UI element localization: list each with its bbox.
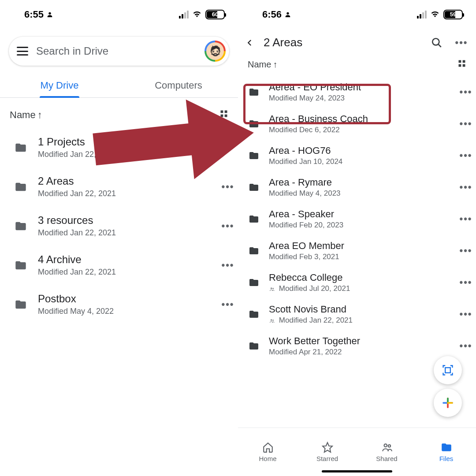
folder-item[interactable]: Area - HOG76Modified Jan 10, 2024••• (238, 140, 476, 171)
more-icon[interactable]: ••• (221, 220, 234, 232)
folder-subtitle: Modified Jan 22, 2021 (38, 268, 212, 277)
folder-item[interactable]: 2 AreasModified Jan 22, 2021••• (0, 167, 238, 206)
battery-icon: 60 (205, 10, 225, 19)
status-bar: 6:55 60 (0, 0, 238, 24)
folder-subtitle: Modified Jan 10, 2024 (269, 157, 450, 166)
folder-title: Area - Rymare (269, 177, 450, 188)
nav-shared[interactable]: Shared (357, 428, 416, 476)
cellular-icon (179, 11, 189, 19)
svg-rect-8 (459, 60, 461, 63)
left-pane: 6:55 60 Search in Drive 🧔🏻 My Drive Comp… (0, 0, 238, 476)
folder-item[interactable]: 3 resourcesModified Jan 22, 2021••• (0, 206, 238, 245)
home-indicator (322, 470, 392, 472)
folder-item[interactable]: Area - Business CoachModified Dec 6, 202… (238, 108, 476, 140)
more-icon[interactable]: ••• (459, 150, 472, 161)
status-bar: 6:56 59 (238, 0, 476, 24)
arrow-up-icon: ↑ (273, 60, 277, 69)
svg-point-18 (384, 444, 387, 447)
folder-subtitle: Modified Jan 22, 2021 (269, 316, 450, 325)
folder-subtitle: Modified Jan 22, 2021 (38, 150, 212, 159)
search-bar[interactable]: Search in Drive 🧔🏻 (9, 37, 229, 66)
more-icon[interactable]: ••• (455, 37, 468, 48)
more-icon[interactable]: ••• (459, 118, 472, 130)
folder-item[interactable]: Aerea - EO PresidentModified May 24, 202… (238, 76, 476, 108)
more-icon[interactable]: ••• (459, 340, 472, 352)
sort-row: Name↑ (238, 57, 476, 74)
folder-item[interactable]: PostboxModified May 4, 2022••• (0, 285, 238, 324)
more-icon[interactable]: ••• (459, 182, 472, 193)
folder-item[interactable]: Area - RymareModified May 4, 2023••• (238, 171, 476, 203)
svg-rect-2 (225, 111, 227, 113)
svg-point-19 (388, 445, 390, 447)
svg-line-7 (438, 44, 441, 47)
folder-title: Postbox (38, 293, 212, 305)
folder-item[interactable]: 4 ArchiveModified Jan 22, 2021••• (0, 245, 238, 285)
more-icon[interactable]: ••• (221, 142, 234, 153)
folder-title: Area EO Member (269, 240, 450, 252)
right-pane: 6:56 59 2 Areas ••• Name↑ Aerea (238, 0, 476, 476)
folder-subtitle: Modified Dec 6, 2022 (269, 126, 450, 134)
folder-title: 3 resources (38, 214, 212, 227)
more-icon[interactable]: ••• (459, 309, 472, 320)
folder-subtitle: Modified Feb 20, 2023 (269, 221, 450, 230)
sort-button[interactable]: Name↑ (248, 60, 277, 70)
folder-subtitle: Modified May 24, 2023 (269, 94, 450, 103)
battery-icon: 59 (443, 10, 463, 19)
add-fab[interactable] (434, 389, 462, 417)
view-toggle[interactable] (457, 59, 466, 70)
folder-title: Work Better Together (269, 335, 450, 347)
tabs: My Drive Computers (0, 73, 238, 98)
nav-files[interactable]: Files (416, 428, 476, 476)
folder-item[interactable]: Area - SpeakerModified Feb 20, 2023••• (238, 203, 476, 235)
folder-item[interactable]: Scott Novis Brand Modified Jan 22, 2021•… (238, 298, 476, 330)
cellular-icon (417, 11, 427, 19)
svg-rect-11 (463, 64, 465, 67)
folder-item[interactable]: Rebecca College Modified Jul 20, 2021••• (238, 267, 476, 298)
more-icon[interactable]: ••• (459, 213, 472, 225)
sort-button[interactable]: Name↑ (10, 109, 42, 121)
svg-rect-16 (445, 368, 450, 373)
status-time: 6:55 (24, 9, 44, 20)
folder-item[interactable]: Work Better TogetherModified Apr 21, 202… (238, 330, 476, 362)
arrow-up-icon: ↑ (37, 109, 42, 120)
more-icon[interactable]: ••• (459, 277, 472, 288)
sort-row: Name↑ (0, 98, 238, 125)
folder-title: Area - Speaker (269, 208, 450, 220)
back-button[interactable] (246, 37, 254, 49)
svg-point-5 (286, 12, 289, 14)
tab-computers[interactable]: Computers (119, 73, 238, 97)
folder-subtitle: Modified Jan 22, 2021 (38, 189, 212, 198)
svg-point-15 (272, 320, 274, 321)
svg-rect-1 (221, 111, 223, 113)
folder-item[interactable]: 1 ProjectsModified Jan 22, 2021••• (0, 128, 238, 167)
search-placeholder: Search in Drive (36, 45, 197, 57)
status-time: 6:56 (262, 9, 282, 20)
nav-title: 2 Areas (264, 36, 421, 49)
svg-rect-9 (463, 60, 465, 63)
svg-point-14 (271, 319, 272, 320)
folder-subtitle: Modified May 4, 2023 (269, 189, 450, 198)
search-icon[interactable] (431, 37, 443, 48)
svg-marker-17 (323, 443, 332, 452)
wifi-icon (192, 11, 202, 19)
svg-rect-10 (459, 64, 461, 67)
folder-subtitle: Modified Apr 21, 2022 (269, 348, 450, 357)
more-icon[interactable]: ••• (221, 181, 234, 193)
tab-my-drive[interactable]: My Drive (0, 73, 119, 97)
profile-avatar[interactable]: 🧔🏻 (205, 41, 226, 62)
view-toggle[interactable] (219, 109, 228, 121)
hamburger-icon[interactable] (17, 47, 28, 56)
more-icon[interactable]: ••• (459, 86, 472, 98)
folder-item[interactable]: Area EO MemberModified Feb 3, 2021••• (238, 235, 476, 267)
scan-fab[interactable] (434, 356, 462, 384)
more-icon[interactable]: ••• (459, 245, 472, 257)
svg-point-12 (271, 287, 272, 289)
more-icon[interactable]: ••• (221, 260, 234, 271)
folder-subtitle: Modified Jan 22, 2021 (38, 228, 212, 238)
folder-subtitle: Modified Feb 3, 2021 (269, 253, 450, 261)
more-icon[interactable]: ••• (221, 299, 234, 310)
nav-starred[interactable]: Starred (298, 428, 357, 476)
svg-point-6 (432, 38, 439, 45)
svg-rect-4 (225, 115, 227, 117)
nav-home[interactable]: Home (238, 428, 298, 476)
